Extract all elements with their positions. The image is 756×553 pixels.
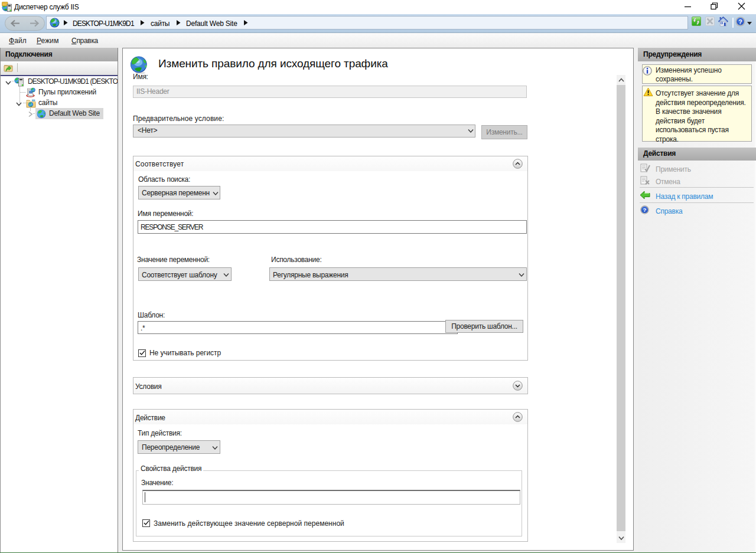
svg-text:?: ?: [738, 18, 742, 25]
svg-text:?: ?: [643, 207, 647, 213]
